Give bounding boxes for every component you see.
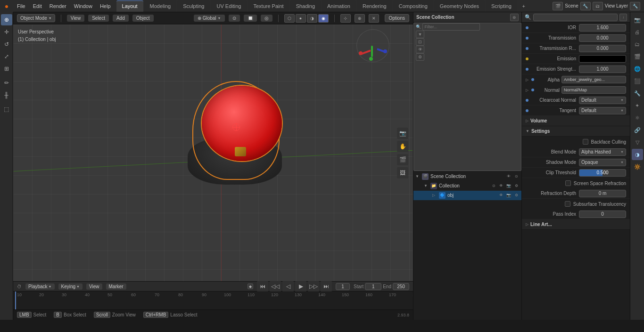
transmission-r-value[interactable]: 0.000 bbox=[579, 45, 626, 52]
render-btn[interactable]: 🖼 bbox=[397, 167, 408, 178]
tab-shading[interactable]: Shading bbox=[290, 0, 321, 12]
scene-actions[interactable]: 🔧 bbox=[580, 2, 591, 10]
scale-tool-btn[interactable]: ⤢ bbox=[1, 51, 12, 62]
3d-object[interactable] bbox=[188, 81, 282, 185]
prev-frame-btn[interactable]: ◁◁ bbox=[270, 281, 281, 292]
proportional-btn[interactable]: ◎ bbox=[261, 15, 272, 22]
annotate-tool-btn[interactable]: ✏ bbox=[1, 77, 12, 89]
tab-rendering[interactable]: Rendering bbox=[357, 0, 392, 12]
view-btn[interactable]: View bbox=[86, 283, 102, 290]
shadow-mode-dropdown[interactable]: Opaque ▼ bbox=[579, 159, 626, 166]
tab-modeling[interactable]: Modeling bbox=[144, 0, 177, 12]
line-art-section-header[interactable]: ▷ Line Art... bbox=[522, 219, 630, 230]
scene-col-render-btn[interactable]: ⊙ bbox=[513, 173, 520, 180]
clip-threshold-slider[interactable]: 0.500 bbox=[579, 169, 626, 177]
menu-file[interactable]: File bbox=[13, 0, 29, 12]
current-frame-display[interactable]: 1 bbox=[336, 283, 350, 290]
end-frame-field[interactable]: 250 bbox=[393, 283, 409, 290]
object-menu-btn[interactable]: Object bbox=[132, 15, 154, 22]
emission-value[interactable] bbox=[579, 55, 626, 63]
screen-space-refraction-checkbox[interactable] bbox=[565, 180, 571, 186]
blend-mode-dropdown[interactable]: Alpha Hashed ▼ bbox=[579, 148, 626, 156]
tab-layout[interactable]: Layout bbox=[116, 0, 143, 12]
tab-sculpting[interactable]: Sculpting bbox=[177, 0, 210, 12]
modifier-props-tab[interactable]: 🔧 bbox=[632, 88, 643, 99]
jump-start-btn[interactable]: ⏮ bbox=[257, 281, 268, 292]
play-btn[interactable]: ▶ bbox=[295, 281, 306, 292]
properties-search-input[interactable] bbox=[533, 14, 618, 21]
keying-btn[interactable]: Keying ▼ bbox=[58, 283, 83, 290]
output-props-tab[interactable]: 🖨 bbox=[632, 26, 643, 38]
physics-props-tab[interactable]: ⚛ bbox=[632, 112, 643, 123]
outliner-search-input[interactable] bbox=[422, 23, 480, 31]
jump-end-btn[interactable]: ⏭ bbox=[321, 281, 332, 292]
object-mode-select[interactable]: Object Mode ▼ bbox=[17, 14, 55, 22]
filter-highlight-btn[interactable]: ↓ bbox=[619, 14, 627, 21]
hand-tool-btn[interactable]: ✋ bbox=[397, 141, 408, 152]
view-layer-props-tab[interactable]: 🗂 bbox=[632, 39, 643, 50]
scene-col-eye-btn[interactable]: 👁 bbox=[505, 173, 512, 180]
move-tool-btn[interactable]: ✛ bbox=[1, 26, 12, 38]
alpha-value[interactable]: Amber_jewelry_geo... bbox=[561, 76, 626, 83]
timeline-body[interactable]: 10 20 30 40 50 60 70 80 90 100 110 120 1… bbox=[13, 292, 413, 309]
obj-eye-btn[interactable]: 👁 bbox=[498, 192, 504, 199]
xray-btn[interactable]: ✕ bbox=[369, 14, 379, 23]
rotate-tool-btn[interactable]: ↺ bbox=[1, 39, 12, 50]
particles-props-tab[interactable]: ✦ bbox=[632, 100, 643, 111]
options-btn[interactable]: Options bbox=[385, 14, 409, 22]
scene-selector[interactable]: 🎬 bbox=[553, 2, 563, 10]
object-props-tab[interactable]: ⬛ bbox=[632, 75, 643, 87]
menu-help[interactable]: Help bbox=[96, 0, 115, 12]
data-props-tab[interactable]: ▽ bbox=[632, 137, 643, 148]
menu-render[interactable]: Render bbox=[46, 0, 70, 12]
alpha-expand-arrow[interactable]: ▷ bbox=[526, 78, 528, 82]
view-layer-icon[interactable]: 🗂 bbox=[593, 2, 603, 10]
add-menu-btn[interactable]: Add bbox=[113, 15, 129, 22]
render-props-tab[interactable]: 📷 bbox=[632, 14, 643, 25]
settings-section-header[interactable]: ▼ Settings bbox=[522, 126, 630, 137]
volume-section-header[interactable]: ▷ Volume bbox=[522, 116, 630, 126]
col-render-btn[interactable]: ⚙ bbox=[513, 183, 520, 189]
col-restrict-btn[interactable]: ⊙ bbox=[490, 183, 497, 189]
gizmo-toggle-btn[interactable]: ⊹ bbox=[340, 14, 351, 23]
tab-compositing[interactable]: Compositing bbox=[393, 0, 433, 12]
play-reverse-btn[interactable]: ◁ bbox=[282, 281, 294, 292]
measure-tool-btn[interactable]: ╫ bbox=[1, 89, 12, 101]
viewport-canvas[interactable]: User Perspective (1) Collection | obj bbox=[13, 24, 413, 281]
next-frame-btn[interactable]: ▷▷ bbox=[308, 281, 319, 292]
col-camera-btn[interactable]: 📷 bbox=[505, 183, 512, 189]
film-btn[interactable]: 🎬 bbox=[397, 154, 408, 165]
outliner-obj[interactable]: ▷ 🔷 obj 👁 📷 ⚙ bbox=[413, 191, 521, 200]
transmission-value[interactable]: 0.000 bbox=[579, 34, 626, 42]
pass-index-value[interactable]: 0 bbox=[579, 211, 626, 218]
subsurface-translucency-checkbox[interactable] bbox=[565, 201, 570, 207]
material-btn[interactable]: ◑ bbox=[307, 14, 317, 23]
cursor-tool-btn[interactable]: ⊕ bbox=[1, 14, 12, 25]
tab-geometry-nodes[interactable]: Geometry Nodes bbox=[434, 0, 485, 12]
shader-effects-tab[interactable]: 🔆 bbox=[632, 161, 643, 172]
playback-btn[interactable]: Playback ▼ bbox=[25, 283, 55, 290]
tab-texture-paint[interactable]: Texture Paint bbox=[248, 0, 289, 12]
transform-orientation-btn[interactable]: ⊕ Global ▼ bbox=[194, 15, 225, 22]
constraints-props-tab[interactable]: 🔗 bbox=[632, 124, 643, 136]
tangent-dropdown[interactable]: Default ▼ bbox=[579, 107, 626, 114]
col-eye-btn[interactable]: 👁 bbox=[498, 183, 504, 189]
filter-type-btn[interactable]: ⊡ bbox=[416, 38, 424, 46]
backface-culling-checkbox[interactable] bbox=[583, 139, 588, 145]
normal-value[interactable]: Normal/Map bbox=[561, 86, 626, 94]
world-props-tab[interactable]: 🌐 bbox=[632, 63, 643, 74]
view-layer-actions[interactable]: 🔧 bbox=[630, 2, 640, 10]
obj-camera-btn[interactable]: 📷 bbox=[505, 192, 512, 199]
ior-value[interactable]: 1.600 bbox=[579, 24, 626, 32]
tab-uv-editing[interactable]: UV Editing bbox=[211, 0, 247, 12]
nav-gizmo-sphere[interactable] bbox=[356, 29, 389, 62]
pivot-btn[interactable]: ⊙ bbox=[229, 15, 240, 22]
marker-btn[interactable]: Marker bbox=[106, 283, 126, 290]
outliner-collection[interactable]: ▼ 📁 Collection ⊙ 👁 📷 ⚙ bbox=[413, 181, 521, 191]
navigation-gizmo[interactable] bbox=[356, 29, 389, 62]
start-frame-field[interactable]: 1 bbox=[365, 283, 381, 290]
tab-scripting[interactable]: Scripting bbox=[486, 0, 517, 12]
filter-icon-btn[interactable]: ▼ bbox=[416, 31, 424, 38]
tab-animation[interactable]: Animation bbox=[322, 0, 356, 12]
filter-eye-btn[interactable]: 👁 bbox=[416, 46, 424, 53]
